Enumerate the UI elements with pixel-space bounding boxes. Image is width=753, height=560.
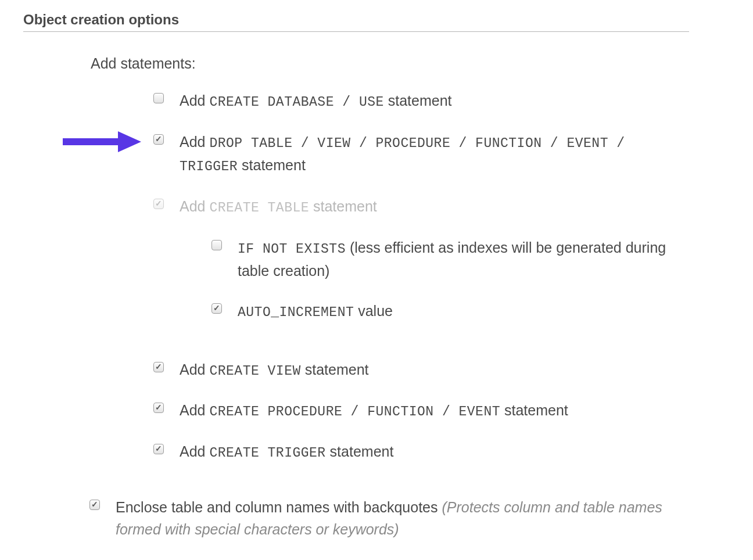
- option-create-table-row: Add CREATE TABLE statement: [151, 195, 730, 219]
- text: value: [354, 303, 393, 319]
- text: Add: [180, 402, 209, 418]
- checkbox-create-database[interactable]: [153, 93, 164, 103]
- text: Add: [180, 443, 209, 460]
- option-create-view-row: Add CREATE VIEW statement: [151, 358, 730, 382]
- option-auto-increment-row: AUTO_INCREMENT value: [209, 300, 730, 324]
- label-backquotes[interactable]: Enclose table and column names with back…: [116, 496, 668, 541]
- keyword: CREATE PROCEDURE / FUNCTION / EVENT: [209, 404, 500, 419]
- text: statement: [384, 92, 452, 109]
- checkbox-auto-increment[interactable]: [211, 303, 222, 314]
- option-drop-table-row: Add DROP TABLE / VIEW / PROCEDURE / FUNC…: [151, 131, 695, 178]
- text: statement: [301, 361, 369, 378]
- text: Add: [180, 134, 209, 150]
- text: Add: [180, 92, 209, 109]
- keyword: CREATE TRIGGER: [209, 446, 325, 461]
- text: statement: [238, 157, 306, 173]
- checkbox-create-table: [153, 199, 164, 209]
- checkbox-if-not-exists[interactable]: [211, 240, 222, 250]
- keyword: CREATE VIEW: [209, 364, 300, 379]
- svg-marker-1: [118, 131, 141, 152]
- checkbox-create-procedure[interactable]: [153, 403, 164, 413]
- object-creation-options-panel: Object creation options Add statements: …: [0, 0, 753, 560]
- text: Enclose table and column names with back…: [116, 499, 442, 515]
- add-statements-label: Add statements:: [91, 55, 730, 72]
- text: Add: [180, 198, 209, 214]
- option-backquotes-row: Enclose table and column names with back…: [87, 496, 730, 541]
- label-create-trigger[interactable]: Add CREATE TRIGGER statement: [180, 440, 393, 464]
- checkbox-drop-table[interactable]: [153, 134, 164, 145]
- label-create-procedure[interactable]: Add CREATE PROCEDURE / FUNCTION / EVENT …: [180, 399, 568, 423]
- keyword: CREATE TABLE: [209, 200, 309, 216]
- keyword: AUTO_INCREMENT: [238, 305, 354, 320]
- label-auto-increment[interactable]: AUTO_INCREMENT value: [238, 300, 393, 324]
- label-create-table: Add CREATE TABLE statement: [180, 195, 377, 219]
- checkbox-create-trigger[interactable]: [153, 444, 164, 454]
- arrow-annotation-icon: [63, 130, 141, 153]
- keyword: CREATE DATABASE / USE: [209, 95, 383, 110]
- checkbox-backquotes[interactable]: [89, 500, 100, 510]
- option-create-procedure-row: Add CREATE PROCEDURE / FUNCTION / EVENT …: [151, 399, 730, 423]
- text: statement: [500, 402, 568, 418]
- option-create-database-row: Add CREATE DATABASE / USE statement: [151, 89, 730, 113]
- text: statement: [309, 198, 377, 214]
- section-title: Object creation options: [23, 12, 689, 32]
- label-create-database[interactable]: Add CREATE DATABASE / USE statement: [180, 89, 452, 113]
- label-drop-table[interactable]: Add DROP TABLE / VIEW / PROCEDURE / FUNC…: [180, 131, 685, 178]
- option-create-trigger-row: Add CREATE TRIGGER statement: [151, 440, 730, 464]
- text: statement: [326, 443, 394, 460]
- checkbox-create-view[interactable]: [153, 362, 164, 372]
- text: Add: [180, 361, 209, 378]
- label-if-not-exists[interactable]: IF NOT EXISTS (less efficient as indexes…: [238, 236, 679, 282]
- keyword: IF NOT EXISTS: [238, 242, 346, 257]
- label-create-view[interactable]: Add CREATE VIEW statement: [180, 358, 369, 382]
- option-if-not-exists-row: IF NOT EXISTS (less efficient as indexes…: [209, 236, 730, 282]
